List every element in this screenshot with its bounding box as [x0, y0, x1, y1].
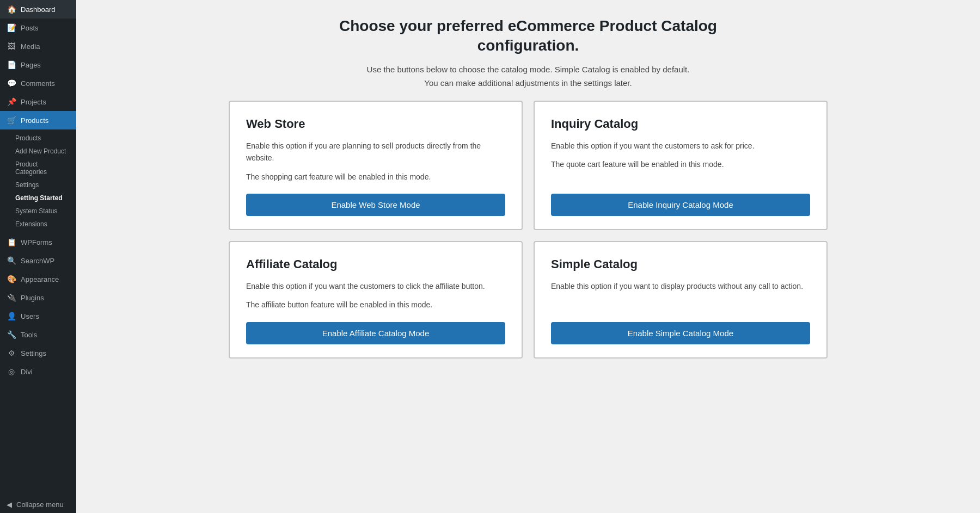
simple-catalog-desc1: Enable this option if you want to displa…	[551, 280, 810, 292]
submenu-product-categories[interactable]: Product Categories	[0, 158, 76, 178]
wpforms-icon: 📋	[7, 237, 16, 247]
sidebar-item-plugins[interactable]: 🔌 Plugins	[0, 288, 76, 307]
divi-icon: ◎	[7, 367, 16, 376]
sidebar-item-settings[interactable]: ⚙ Settings	[0, 344, 76, 362]
web-store-card: Web Store Enable this option if you are …	[229, 101, 523, 230]
submenu-settings[interactable]: Settings	[0, 178, 76, 191]
sidebar-item-projects[interactable]: 📌 Projects	[0, 92, 76, 111]
plugins-icon: 🔌	[7, 293, 16, 302]
enable-inquiry-catalog-button[interactable]: Enable Inquiry Catalog Mode	[551, 194, 810, 216]
submenu-extensions[interactable]: Extensions	[0, 218, 76, 231]
submenu-add-new-product[interactable]: Add New Product	[0, 145, 76, 158]
sidebar-item-comments[interactable]: 💬 Comments	[0, 74, 76, 92]
submenu-getting-started[interactable]: Getting Started	[0, 191, 76, 205]
affiliate-catalog-desc2: The affiliate button feature will be ena…	[246, 299, 505, 311]
inquiry-catalog-title: Inquiry Catalog	[551, 117, 810, 131]
inquiry-catalog-desc2: The quote cart feature will be enabled i…	[551, 158, 810, 170]
tools-icon: 🔧	[7, 330, 16, 339]
inquiry-catalog-desc1: Enable this option if you want the custo…	[551, 140, 810, 152]
web-store-desc1: Enable this option if you are planning t…	[246, 140, 505, 164]
sidebar-item-appearance[interactable]: 🎨 Appearance	[0, 270, 76, 288]
enable-simple-catalog-button[interactable]: Enable Simple Catalog Mode	[551, 322, 810, 344]
products-submenu: Products Add New Product Product Categor…	[0, 129, 76, 233]
simple-catalog-title: Simple Catalog	[551, 257, 810, 271]
page-header: Choose your preferred eCommerce Product …	[98, 16, 958, 88]
settings-icon: ⚙	[7, 348, 16, 358]
simple-catalog-card: Simple Catalog Enable this option if you…	[534, 241, 828, 359]
dashboard-icon: 🏠	[7, 4, 16, 14]
affiliate-catalog-card: Affiliate Catalog Enable this option if …	[229, 241, 523, 359]
page-note: You can make additional adjustments in t…	[98, 78, 958, 88]
enable-web-store-button[interactable]: Enable Web Store Mode	[246, 194, 505, 216]
sidebar: 🏠 Dashboard 📝 Posts 🖼 Media 📄 Pages 💬 Co…	[0, 0, 76, 513]
page-title: Choose your preferred eCommerce Product …	[98, 16, 958, 56]
projects-icon: 📌	[7, 97, 16, 107]
sidebar-item-users[interactable]: 👤 Users	[0, 307, 76, 325]
appearance-icon: 🎨	[7, 274, 16, 284]
sidebar-item-searchwp[interactable]: 🔍 SearchWP	[0, 251, 76, 270]
sidebar-item-posts[interactable]: 📝 Posts	[0, 18, 76, 37]
collapse-icon: ◀	[7, 500, 12, 509]
media-icon: 🖼	[7, 41, 16, 51]
web-store-desc2: The shopping cart feature will be enable…	[246, 171, 505, 183]
products-icon: 🛒	[7, 115, 16, 125]
collapse-menu-button[interactable]: ◀ Collapse menu	[0, 496, 76, 513]
posts-icon: 📝	[7, 23, 16, 33]
main-content: Choose your preferred eCommerce Product …	[76, 0, 980, 513]
comments-icon: 💬	[7, 78, 16, 88]
searchwp-icon: 🔍	[7, 256, 16, 265]
enable-affiliate-catalog-button[interactable]: Enable Affiliate Catalog Mode	[246, 322, 505, 344]
sidebar-item-products[interactable]: 🛒 Products	[0, 111, 76, 129]
web-store-title: Web Store	[246, 117, 505, 131]
affiliate-catalog-title: Affiliate Catalog	[246, 257, 505, 271]
sidebar-item-dashboard[interactable]: 🏠 Dashboard	[0, 0, 76, 18]
sidebar-item-media[interactable]: 🖼 Media	[0, 37, 76, 55]
users-icon: 👤	[7, 311, 16, 321]
submenu-products[interactable]: Products	[0, 132, 76, 145]
inquiry-catalog-card: Inquiry Catalog Enable this option if yo…	[534, 101, 828, 230]
sidebar-item-wpforms[interactable]: 📋 WPForms	[0, 233, 76, 251]
pages-icon: 📄	[7, 60, 16, 70]
sidebar-item-tools[interactable]: 🔧 Tools	[0, 325, 76, 344]
affiliate-catalog-desc1: Enable this option if you want the custo…	[246, 280, 505, 292]
sidebar-item-pages[interactable]: 📄 Pages	[0, 55, 76, 74]
sidebar-item-divi[interactable]: ◎ Divi	[0, 362, 76, 381]
page-subtitle: Use the buttons below to choose the cata…	[98, 65, 958, 74]
catalog-cards-grid: Web Store Enable this option if you are …	[229, 101, 828, 359]
submenu-system-status[interactable]: System Status	[0, 205, 76, 218]
